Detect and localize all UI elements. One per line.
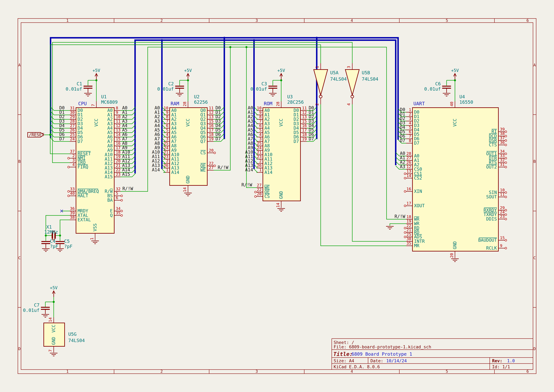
inverter-U5B[interactable]: 34U5B74LS04	[345, 63, 378, 105]
wire-junction-dot	[53, 301, 55, 303]
pin-number: 18	[407, 215, 411, 219]
kicad-schematic-canvas: 112233445566AABBCCDD /RESET 12U5A74LS043…	[0, 0, 554, 392]
pin-number: 6	[166, 123, 168, 128]
pin-number: 16	[116, 141, 121, 146]
pin-number: 10	[116, 115, 121, 119]
ram-vcc-name: VCC	[185, 119, 191, 127]
pin-number: 38	[70, 215, 75, 220]
titleblock-id: Id: 1/1	[492, 364, 510, 369]
pin-number: 4	[259, 132, 262, 137]
unconnected-pin-circle	[505, 153, 507, 155]
pin-number: 34	[500, 149, 505, 154]
cap-value-C3: 0.01uf	[250, 86, 267, 92]
cpu-pin-D0: 31D0D0	[51, 105, 83, 113]
ic-rom[interactable]: ROMU328C25628VCC14GND10A0A09A1A18A2A27A3…	[245, 94, 317, 208]
pin-number: 16	[302, 123, 307, 128]
pin-name: DDIS	[486, 216, 497, 222]
pin-number: 19	[407, 219, 411, 224]
unconnected-pin-circle	[505, 209, 507, 211]
wire-junction-dot	[245, 46, 248, 48]
pin-name: A15	[104, 174, 113, 179]
pin-number: 35	[116, 211, 121, 215]
title-block: Sheet: / File: 6809-board-prototype-1.ki…	[332, 339, 533, 370]
plus5v-label: +5V	[184, 68, 192, 73]
pin-number: 13	[209, 115, 214, 119]
cpu-ref: U1	[101, 94, 107, 99]
cpu-vss-gnd	[91, 241, 99, 244]
pin-number: 14	[116, 132, 121, 137]
unconnected-pin-circle	[505, 131, 507, 133]
pin-number: 28	[70, 119, 75, 124]
reset-label-text: /RESET	[29, 132, 44, 137]
wire-junction-dot	[229, 46, 231, 48]
ram-value: 62256	[194, 99, 208, 105]
pin-number: 21	[407, 228, 411, 232]
pin-name: HALT	[77, 193, 88, 198]
ram-gnd-name: GND	[185, 175, 191, 183]
pin-number: 1	[166, 168, 168, 172]
pin-name: MR	[414, 243, 419, 248]
unconnected-pin-circle	[121, 215, 123, 216]
uart-body	[412, 108, 499, 251]
titleblock-sheet: Sheet: /	[334, 340, 354, 345]
pin-name: OUT2	[486, 164, 497, 170]
cap-c4-gnd	[42, 249, 50, 252]
u5g-vcc-number: 14	[48, 317, 53, 322]
inverter-triangle	[345, 70, 359, 95]
pin-number: 27	[70, 123, 75, 128]
pin-number: 11	[116, 119, 121, 124]
ic-components: 12U5A74LS0434U5B74LS04147VCCGNDU5G74LS04…	[44, 63, 507, 352]
ic-uart[interactable]: UARTU41655040VCC20GND1D0D02D1D13D2D24D3D…	[396, 94, 507, 258]
pin-number: 15	[116, 137, 121, 141]
unconnected-pin-circle	[404, 205, 406, 207]
cap-c2-gnd	[176, 93, 183, 96]
pin-number: 19	[302, 137, 307, 141]
pin-number: 32	[116, 187, 121, 191]
pin-number: 17	[209, 128, 214, 133]
pin-name: D7	[77, 139, 83, 144]
uart-value: 16550	[459, 99, 473, 105]
pin-number: 6	[409, 130, 411, 134]
unconnected-pin-circle	[121, 210, 123, 212]
inverter-out-pin-number: 4	[346, 103, 351, 105]
plus5v-label: +5V	[277, 68, 285, 73]
power-unit-u5g[interactable]: 147VCCGNDU5G74LS04	[44, 317, 85, 352]
cap-ref-C5: C5	[64, 238, 70, 244]
crystal-value: 12MHz	[44, 229, 58, 235]
rom-value: 28C256	[287, 99, 304, 105]
reset-net-label[interactable]: /RESET	[28, 132, 44, 137]
pin-number: 40	[70, 191, 75, 196]
cpu-gnd-number: 1	[90, 238, 94, 240]
frame-column-label: 5	[446, 369, 448, 374]
pin-number: 19	[116, 154, 121, 159]
ic-ram[interactable]: RAMU26225628VCC14GND10A0A09A1A18A2A27A3A…	[152, 94, 224, 192]
ic-cpu[interactable]: CPUU1MC68097VCC1VSS31D0D030D1D129D2D228D…	[51, 94, 136, 240]
unconnected-pin-circle	[214, 165, 216, 167]
pin-number: 9	[259, 110, 262, 115]
frame-row-label: D	[533, 346, 536, 351]
u5g-ref: U5G	[68, 331, 76, 337]
pin-number: 27	[257, 183, 262, 188]
unconnected-pin-circle	[505, 144, 507, 146]
pin-number: 4	[72, 162, 75, 167]
pin-number: 11	[302, 106, 307, 110]
inverter-U5A[interactable]: 12U5A74LS04	[314, 63, 347, 105]
pin-name: SOUT	[486, 194, 497, 199]
pin-number: 38	[500, 131, 505, 136]
pin-number: 15	[500, 236, 505, 240]
pin-number: 8	[409, 139, 411, 143]
bus-junction-dot	[161, 39, 163, 41]
pin-number: 15	[302, 119, 307, 124]
frame-row-label: A	[533, 63, 536, 67]
unconnected-pin-circle	[505, 192, 507, 194]
rom-section-label: ROM	[264, 101, 272, 106]
wire-junction-dot	[45, 235, 47, 237]
pin-number: 8	[166, 115, 168, 119]
pin-number: 27	[209, 166, 214, 170]
unconnected-pin-circle	[404, 231, 406, 233]
frame-column-label: 5	[446, 18, 448, 23]
rom-vcc-name: VCC	[278, 119, 284, 127]
pin-name: BA	[107, 198, 113, 203]
cap-ref-C6: C6	[435, 81, 441, 86]
rom-vcc-number: 28	[276, 102, 280, 106]
